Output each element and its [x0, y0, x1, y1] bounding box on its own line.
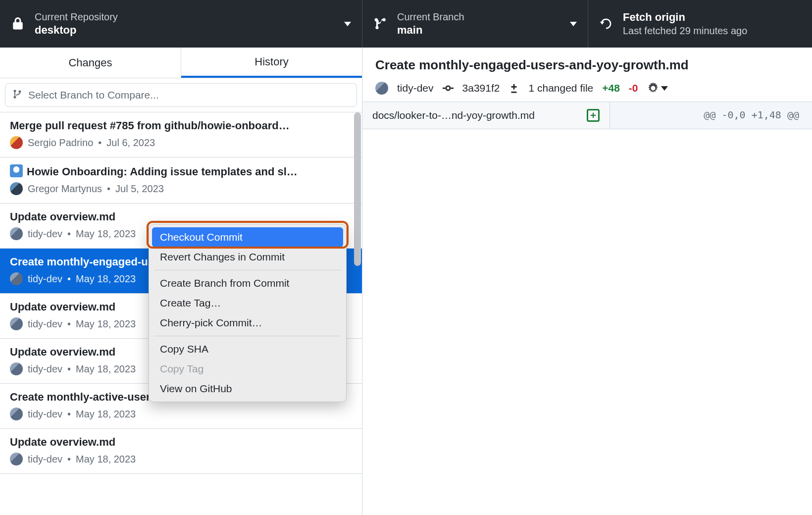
scrollbar-thumb[interactable] [354, 112, 361, 266]
git-branch-icon [12, 89, 22, 102]
file-path: docs/looker-to-…nd-yoy-growth.md [372, 109, 535, 121]
git-branch-icon [373, 17, 387, 31]
git-commit-icon [443, 83, 454, 94]
ctx-revert-commit[interactable]: Revert Changes in Commit [152, 247, 343, 267]
author-name: tidy-dev [397, 82, 434, 94]
ctx-cherry-pick[interactable]: Cherry-pick Commit… [152, 313, 343, 333]
author-avatar [10, 317, 23, 330]
commit-date: May 18, 2023 [76, 273, 136, 285]
commit-meta: Sergio Padrino•Jul 6, 2023 [10, 136, 352, 149]
chevron-down-icon [344, 19, 351, 28]
tab-changes[interactable]: Changes [0, 48, 181, 78]
commit-meta: Gregor Martynus•Jul 5, 2023 [10, 182, 352, 195]
toolbar: Current Repository desktop Current Branc… [0, 0, 812, 48]
fetch-label: Fetch origin [623, 10, 747, 25]
deletions: -0 [629, 82, 638, 94]
author-avatar [10, 227, 23, 240]
chevron-down-icon [570, 19, 577, 28]
changed-file-item[interactable]: docs/looker-to-…nd-yoy-growth.md + [362, 102, 610, 129]
commit-item[interactable]: Howie Onboarding: Adding issue templates… [0, 157, 362, 204]
ctx-create-tag[interactable]: Create Tag… [152, 293, 343, 313]
emoji-icon [10, 164, 23, 177]
branch-label: Current Branch [397, 10, 464, 23]
commit-item[interactable]: Update overview.mdtidy-dev•May 18, 2023 [0, 429, 362, 474]
ctx-view-github[interactable]: View on GitHub [152, 379, 343, 399]
commit-title: Create monthly-engaged-users-and-yoy-gro… [375, 57, 799, 73]
commit-date: Jul 6, 2023 [106, 137, 155, 149]
commit-date: May 18, 2023 [76, 454, 136, 465]
commit-item[interactable]: Merge pull request #785 from github/howi… [0, 112, 362, 157]
gear-icon [647, 82, 659, 94]
author-name: tidy-dev [28, 228, 62, 240]
author-avatar [10, 408, 23, 420]
commit-title: Update overview.md [10, 210, 352, 223]
current-repository-selector[interactable]: Current Repository desktop [0, 0, 362, 48]
author-name: tidy-dev [28, 454, 62, 465]
commit-date: May 18, 2023 [76, 228, 136, 240]
divider [154, 336, 341, 336]
author-name: tidy-dev [28, 318, 62, 330]
commit-meta: tidy-dev•May 18, 2023 [10, 453, 352, 465]
author-avatar [10, 136, 23, 149]
author-name: Gregor Martynus [28, 183, 102, 195]
commit-detail-pane: Create monthly-engaged-users-and-yoy-gro… [362, 48, 812, 515]
commit-sha: 3a391f2 [462, 82, 500, 94]
svg-point-0 [14, 90, 16, 92]
author-name: Sergio Padrino [28, 137, 93, 149]
sync-icon [599, 17, 613, 31]
diff-icon [508, 83, 519, 94]
author-avatar [375, 82, 388, 95]
author-name: tidy-dev [28, 363, 62, 375]
commit-title: Update overview.md [10, 436, 352, 449]
author-avatar [10, 272, 23, 285]
author-name: tidy-dev [28, 273, 62, 285]
branch-compare-selector[interactable]: Select Branch to Compare... [5, 83, 357, 107]
lock-icon [11, 17, 25, 31]
svg-point-2 [19, 90, 21, 93]
author-avatar [10, 362, 23, 375]
commit-title: Howie Onboarding: Adding issue templates… [10, 164, 352, 178]
commit-date: May 18, 2023 [76, 409, 136, 420]
additions: +48 [602, 82, 620, 94]
author-name: tidy-dev [28, 409, 62, 420]
ctx-checkout-commit[interactable]: Checkout Commit [152, 227, 343, 247]
commit-title: Merge pull request #785 from github/howi… [10, 119, 352, 132]
ctx-create-branch[interactable]: Create Branch from Commit [152, 273, 343, 293]
fetch-origin-button[interactable]: Fetch origin Last fetched 29 minutes ago [588, 0, 812, 48]
repo-name: desktop [35, 23, 118, 38]
ctx-copy-sha[interactable]: Copy SHA [152, 339, 343, 359]
commit-meta: tidy-dev•May 18, 2023 [10, 408, 352, 420]
author-avatar [10, 453, 23, 465]
commit-context-menu: Checkout Commit Revert Changes in Commit… [149, 224, 347, 402]
compare-placeholder: Select Branch to Compare... [28, 89, 159, 101]
commit-date: May 18, 2023 [76, 318, 136, 330]
chevron-down-icon [661, 86, 668, 91]
files-changed: 1 changed file [528, 82, 593, 94]
diff-settings-button[interactable] [647, 82, 668, 94]
divider [154, 270, 341, 270]
commit-date: May 18, 2023 [76, 363, 136, 375]
diff-hunk-header: @@ -0,0 +1,48 @@ [610, 102, 812, 129]
tab-history[interactable]: History [181, 48, 362, 78]
ctx-copy-tag: Copy Tag [152, 359, 343, 379]
branch-name: main [397, 23, 464, 38]
repo-label: Current Repository [35, 10, 118, 23]
sidebar: Changes History Select Branch to Compare… [0, 48, 362, 515]
file-added-icon: + [587, 109, 600, 122]
current-branch-selector[interactable]: Current Branch main [362, 0, 588, 48]
author-avatar [10, 182, 23, 195]
svg-point-3 [446, 86, 450, 90]
commit-date: Jul 5, 2023 [115, 183, 164, 195]
svg-point-1 [14, 96, 16, 98]
sidebar-tabs: Changes History [0, 48, 362, 78]
fetch-sub: Last fetched 29 minutes ago [623, 24, 747, 37]
